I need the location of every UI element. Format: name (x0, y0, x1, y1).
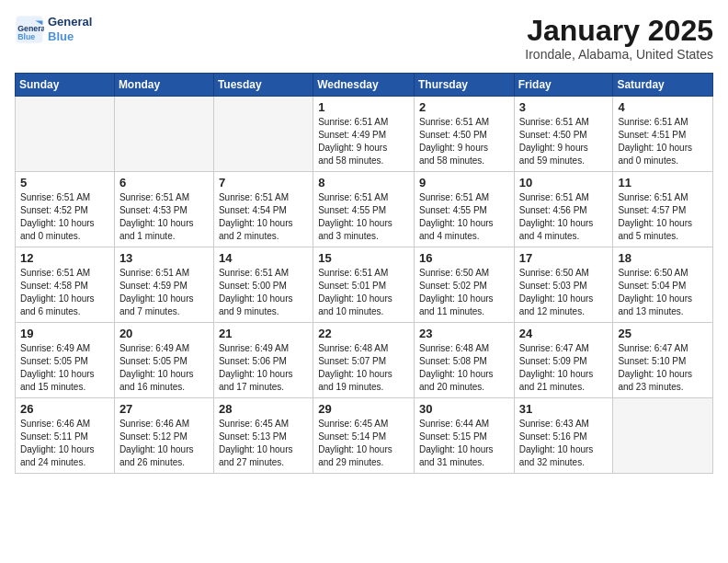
calendar-cell: 9Sunrise: 6:51 AMSunset: 4:55 PMDaylight… (414, 172, 514, 247)
weekday-header-row: Sunday Monday Tuesday Wednesday Thursday… (16, 74, 713, 97)
calendar-cell: 15Sunrise: 6:51 AMSunset: 5:01 PMDayligh… (313, 247, 415, 323)
day-number: 19 (20, 327, 109, 340)
svg-text:Blue: Blue (17, 32, 35, 41)
day-number: 21 (219, 327, 308, 340)
cell-text: Sunrise: 6:49 AMSunset: 5:05 PMDaylight:… (20, 342, 109, 394)
day-number: 6 (119, 176, 209, 190)
calendar-cell: 25Sunrise: 6:47 AMSunset: 5:10 PMDayligh… (613, 323, 713, 398)
header-thursday: Thursday (414, 74, 514, 97)
day-number: 17 (519, 251, 609, 265)
calendar-cell: 6Sunrise: 6:51 AMSunset: 4:53 PMDaylight… (114, 172, 213, 247)
day-number: 29 (318, 402, 409, 416)
cell-text: Sunrise: 6:51 AMSunset: 5:01 PMDaylight:… (318, 267, 409, 318)
logo: General Blue General Blue (15, 15, 92, 44)
calendar-cell: 10Sunrise: 6:51 AMSunset: 4:56 PMDayligh… (514, 172, 613, 247)
day-number: 23 (419, 327, 509, 340)
header-tuesday: Tuesday (213, 74, 313, 97)
day-number: 15 (318, 251, 409, 265)
header-monday: Monday (114, 74, 213, 97)
calendar-cell: 14Sunrise: 6:51 AMSunset: 5:00 PMDayligh… (213, 247, 313, 323)
cell-text: Sunrise: 6:51 AMSunset: 4:52 PMDaylight:… (20, 191, 109, 243)
cell-text: Sunrise: 6:51 AMSunset: 4:53 PMDaylight:… (119, 191, 209, 243)
calendar-cell: 7Sunrise: 6:51 AMSunset: 4:54 PMDaylight… (213, 172, 313, 247)
calendar-cell: 13Sunrise: 6:51 AMSunset: 4:59 PMDayligh… (114, 247, 213, 323)
calendar-cell: 30Sunrise: 6:44 AMSunset: 5:15 PMDayligh… (414, 398, 514, 474)
cell-text: Sunrise: 6:51 AMSunset: 4:57 PMDaylight:… (618, 191, 708, 243)
cell-text: Sunrise: 6:51 AMSunset: 4:51 PMDaylight:… (618, 116, 708, 167)
calendar-week-3: 12Sunrise: 6:51 AMSunset: 4:58 PMDayligh… (16, 247, 713, 323)
day-number: 9 (419, 176, 509, 190)
day-number: 7 (219, 176, 308, 190)
cell-text: Sunrise: 6:47 AMSunset: 5:09 PMDaylight:… (519, 342, 609, 394)
cell-text: Sunrise: 6:51 AMSunset: 4:58 PMDaylight:… (20, 267, 109, 318)
calendar-week-5: 26Sunrise: 6:46 AMSunset: 5:11 PMDayligh… (16, 398, 713, 474)
cell-text: Sunrise: 6:51 AMSunset: 4:55 PMDaylight:… (419, 191, 509, 243)
cell-text: Sunrise: 6:51 AMSunset: 4:56 PMDaylight:… (519, 191, 609, 243)
day-number: 1 (318, 100, 409, 114)
logo-icon: General Blue (15, 15, 44, 44)
day-number: 30 (419, 402, 509, 416)
month-title: January 2025 (525, 15, 713, 47)
cell-text: Sunrise: 6:48 AMSunset: 5:07 PMDaylight:… (318, 342, 409, 394)
day-number: 25 (618, 327, 708, 340)
cell-text: Sunrise: 6:44 AMSunset: 5:15 PMDaylight:… (419, 418, 509, 469)
cell-text: Sunrise: 6:49 AMSunset: 5:06 PMDaylight:… (219, 342, 308, 394)
logo-line1: General (48, 15, 92, 29)
day-number: 16 (419, 251, 509, 265)
calendar-cell: 19Sunrise: 6:49 AMSunset: 5:05 PMDayligh… (16, 323, 115, 398)
cell-text: Sunrise: 6:51 AMSunset: 4:59 PMDaylight:… (119, 267, 209, 318)
calendar-cell: 28Sunrise: 6:45 AMSunset: 5:13 PMDayligh… (213, 398, 313, 474)
cell-text: Sunrise: 6:50 AMSunset: 5:03 PMDaylight:… (519, 267, 609, 318)
calendar-cell: 11Sunrise: 6:51 AMSunset: 4:57 PMDayligh… (613, 172, 713, 247)
calendar-cell: 8Sunrise: 6:51 AMSunset: 4:55 PMDaylight… (313, 172, 415, 247)
cell-text: Sunrise: 6:50 AMSunset: 5:02 PMDaylight:… (419, 267, 509, 318)
cell-text: Sunrise: 6:43 AMSunset: 5:16 PMDaylight:… (519, 418, 609, 469)
logo-line2: Blue (48, 29, 92, 44)
day-number: 27 (119, 402, 209, 416)
cell-text: Sunrise: 6:47 AMSunset: 5:10 PMDaylight:… (618, 342, 708, 394)
calendar-cell: 5Sunrise: 6:51 AMSunset: 4:52 PMDaylight… (16, 172, 115, 247)
calendar-cell: 16Sunrise: 6:50 AMSunset: 5:02 PMDayligh… (414, 247, 514, 323)
calendar-cell: 17Sunrise: 6:50 AMSunset: 5:03 PMDayligh… (514, 247, 613, 323)
page: General Blue General Blue January 2025 I… (0, 0, 728, 488)
header-wednesday: Wednesday (313, 74, 415, 97)
calendar: Sunday Monday Tuesday Wednesday Thursday… (15, 73, 713, 474)
day-number: 3 (519, 100, 609, 114)
header-sunday: Sunday (16, 74, 115, 97)
day-number: 20 (119, 327, 209, 340)
cell-text: Sunrise: 6:51 AMSunset: 4:50 PMDaylight:… (519, 116, 609, 167)
day-number: 22 (318, 327, 409, 340)
calendar-cell: 26Sunrise: 6:46 AMSunset: 5:11 PMDayligh… (16, 398, 115, 474)
day-number: 5 (20, 176, 109, 190)
day-number: 10 (519, 176, 609, 190)
day-number: 8 (318, 176, 409, 190)
calendar-cell: 1Sunrise: 6:51 AMSunset: 4:49 PMDaylight… (313, 97, 415, 172)
calendar-cell: 2Sunrise: 6:51 AMSunset: 4:50 PMDaylight… (414, 97, 514, 172)
cell-text: Sunrise: 6:46 AMSunset: 5:12 PMDaylight:… (119, 418, 209, 469)
calendar-cell: 18Sunrise: 6:50 AMSunset: 5:04 PMDayligh… (613, 247, 713, 323)
calendar-cell (213, 97, 313, 172)
header-friday: Friday (514, 74, 613, 97)
calendar-cell: 22Sunrise: 6:48 AMSunset: 5:07 PMDayligh… (313, 323, 415, 398)
calendar-cell: 21Sunrise: 6:49 AMSunset: 5:06 PMDayligh… (213, 323, 313, 398)
calendar-cell (16, 97, 115, 172)
header: General Blue General Blue January 2025 I… (15, 15, 713, 62)
calendar-cell (114, 97, 213, 172)
cell-text: Sunrise: 6:49 AMSunset: 5:05 PMDaylight:… (119, 342, 209, 394)
location: Irondale, Alabama, United States (525, 47, 713, 62)
day-number: 12 (20, 251, 109, 265)
cell-text: Sunrise: 6:51 AMSunset: 4:55 PMDaylight:… (318, 191, 409, 243)
day-number: 24 (519, 327, 609, 340)
calendar-cell: 29Sunrise: 6:45 AMSunset: 5:14 PMDayligh… (313, 398, 415, 474)
svg-text:General: General (17, 24, 44, 33)
cell-text: Sunrise: 6:51 AMSunset: 4:50 PMDaylight:… (419, 116, 509, 167)
cell-text: Sunrise: 6:45 AMSunset: 5:14 PMDaylight:… (318, 418, 409, 469)
day-number: 14 (219, 251, 308, 265)
calendar-week-1: 1Sunrise: 6:51 AMSunset: 4:49 PMDaylight… (16, 97, 713, 172)
calendar-cell: 23Sunrise: 6:48 AMSunset: 5:08 PMDayligh… (414, 323, 514, 398)
day-number: 11 (618, 176, 708, 190)
title-block: January 2025 Irondale, Alabama, United S… (525, 15, 713, 62)
header-saturday: Saturday (613, 74, 713, 97)
cell-text: Sunrise: 6:51 AMSunset: 4:49 PMDaylight:… (318, 116, 409, 167)
cell-text: Sunrise: 6:51 AMSunset: 4:54 PMDaylight:… (219, 191, 308, 243)
